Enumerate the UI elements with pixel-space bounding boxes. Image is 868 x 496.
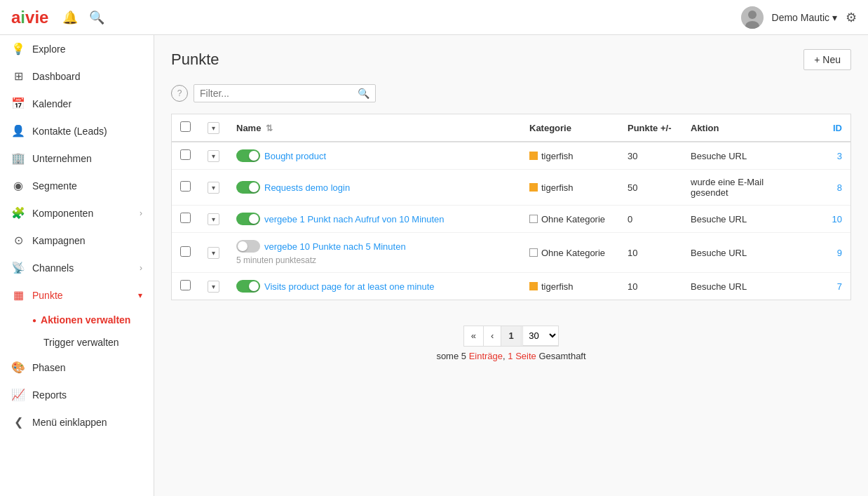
komponenten-arrow-icon: › <box>140 208 142 218</box>
name-row: vergebe 1 Punkt nach Aufruf von 10 Minut… <box>236 213 513 225</box>
pagination-info: some 5 Einträge, 1 Seite Gesamthaft <box>436 351 585 361</box>
user-name[interactable]: Demo Mautic ▾ <box>772 12 837 23</box>
row-action-dropdown[interactable]: ▾ <box>208 150 219 162</box>
filter-input[interactable] <box>200 88 358 99</box>
sidebar-label: Punkte <box>32 290 131 301</box>
row-name-cell: Requests demo login <box>228 170 521 206</box>
cat-name: Ohne Kategorie <box>541 214 605 224</box>
dashboard-icon: ⊞ <box>11 69 25 83</box>
toggle-switch[interactable] <box>236 149 260 162</box>
toggle-track <box>236 280 260 293</box>
cat-dot <box>529 282 538 290</box>
toggle-track <box>236 149 260 162</box>
cat-badge: tigerfish <box>529 281 611 292</box>
toggle-track <box>236 240 260 253</box>
sidebar-item-unternehmen[interactable]: 🏢 Unternehmen <box>0 145 154 172</box>
explore-icon: 💡 <box>11 42 25 55</box>
name-cell: Requests demo login <box>236 181 513 194</box>
toggle-switch[interactable] <box>236 213 260 225</box>
row-checkbox-cell <box>172 142 199 170</box>
select-all-checkbox[interactable] <box>180 121 191 132</box>
notification-icon[interactable]: 🔔 <box>62 10 78 25</box>
sidebar-label: Kampagnen <box>32 235 142 246</box>
sidebar-item-explore[interactable]: 💡 Explore <box>0 35 154 62</box>
row-kategorie-cell: tigerfish <box>521 170 619 206</box>
page-prev-button[interactable]: ‹ <box>483 326 501 347</box>
filter-search-icon[interactable]: 🔍 <box>358 88 369 99</box>
row-name-link[interactable]: vergebe 10 Punkte nach 5 Minuten <box>264 241 406 252</box>
row-kategorie-cell: Ohne Kategorie <box>521 233 619 273</box>
sidebar-item-kontakte[interactable]: 👤 Kontakte (Leads) <box>0 117 154 145</box>
row-punkte-cell: 10 <box>619 233 682 273</box>
row-name-cell: Bought product <box>228 142 521 170</box>
punkte-arrow-icon: ▾ <box>138 290 142 300</box>
th-name[interactable]: Name ⇅ <box>228 114 521 142</box>
kalender-icon: 📅 <box>11 97 25 110</box>
sidebar-item-punkte[interactable]: ▦ Punkte ▾ <box>0 281 154 309</box>
row-checkbox-cell <box>172 170 199 206</box>
row-punkte-cell: 10 <box>619 273 682 300</box>
row-checkbox[interactable] <box>180 280 191 290</box>
row-name-link[interactable]: vergebe 1 Punkt nach Aufruf von 10 Minut… <box>264 214 445 224</box>
toggle-switch[interactable] <box>236 240 260 253</box>
topbar-left: aivie 🔔 🔍 <box>11 8 104 27</box>
row-action-dropdown[interactable]: ▾ <box>208 213 219 225</box>
sidebar-item-aktionen[interactable]: Aktionen verwalten <box>32 309 154 331</box>
sidebar-label: Channels <box>32 262 133 274</box>
sidebar-item-kampagnen[interactable]: ⊙ Kampagnen <box>0 227 154 254</box>
channels-icon: 📡 <box>11 261 25 274</box>
sidebar-item-collapse[interactable]: ❮ Menü einklappen <box>0 408 154 436</box>
table-row: ▾ Requests demo login tigerfish <box>172 170 850 206</box>
row-checkbox[interactable] <box>180 213 191 223</box>
page-first-button[interactable]: « <box>463 326 483 347</box>
row-checkbox[interactable] <box>180 149 191 160</box>
row-checkbox[interactable] <box>180 181 191 192</box>
sidebar-item-komponenten[interactable]: 🧩 Komponenten › <box>0 199 154 227</box>
name-cell: vergebe 10 Punkte nach 5 Minuten 5 minut… <box>236 240 513 265</box>
table-row: ▾ vergebe 10 Punkte nach 5 Minuten 5 min… <box>172 233 850 273</box>
row-checkbox[interactable] <box>180 246 191 257</box>
row-name-link[interactable]: Visits product page for at least one min… <box>264 281 435 292</box>
sidebar-label: Explore <box>32 43 142 55</box>
search-icon[interactable]: 🔍 <box>89 10 104 25</box>
toggle-switch[interactable] <box>236 280 260 293</box>
row-action-dropdown[interactable]: ▾ <box>208 182 219 194</box>
page-current-button[interactable]: 1 <box>501 326 520 347</box>
sidebar-item-kalender[interactable]: 📅 Kalender <box>0 90 154 117</box>
row-id-cell: 9 <box>808 233 850 273</box>
sidebar-label: Dashboard <box>32 71 142 82</box>
cat-name: Ohne Kategorie <box>541 248 605 258</box>
channels-arrow-icon: › <box>140 263 142 273</box>
sidebar-item-reports[interactable]: 📈 Reports <box>0 381 154 408</box>
filter-help-icon[interactable]: ? <box>171 85 188 102</box>
row-aktion-cell: wurde eine E-Mail gesendet <box>682 170 808 206</box>
row-action-dropdown[interactable]: ▾ <box>208 281 219 293</box>
settings-icon[interactable]: ⚙ <box>846 10 857 25</box>
toggle-switch[interactable] <box>236 181 260 194</box>
sidebar-item-channels[interactable]: 📡 Channels › <box>0 254 154 281</box>
data-table: ▾ Name ⇅ Kategorie Punkte +/- <box>172 114 850 300</box>
sidebar-item-dashboard[interactable]: ⊞ Dashboard <box>0 62 154 90</box>
table-row: ▾ vergebe 1 Punkt nach Aufruf von 10 Min… <box>172 206 850 233</box>
row-name-cell: Visits product page for at least one min… <box>228 273 521 300</box>
sidebar-item-phasen[interactable]: 🎨 Phasen <box>0 354 154 381</box>
row-dropdown-cell: ▾ <box>199 273 228 300</box>
komponenten-icon: 🧩 <box>11 206 25 220</box>
toggle-track <box>236 181 260 194</box>
sidebar-label: Kontakte (Leads) <box>32 126 142 137</box>
new-button[interactable]: + Neu <box>803 49 851 70</box>
name-cell: vergebe 1 Punkt nach Aufruf von 10 Minut… <box>236 213 513 225</box>
collapse-icon: ❮ <box>11 415 25 429</box>
row-name-link[interactable]: Bought product <box>264 151 326 161</box>
sidebar-item-trigger[interactable]: Trigger verwalten <box>32 331 154 354</box>
row-action-dropdown[interactable]: ▾ <box>208 247 219 259</box>
sidebar-item-segmente[interactable]: ◉ Segmente <box>0 172 154 199</box>
cat-badge: tigerfish <box>529 151 611 161</box>
cat-badge: Ohne Kategorie <box>529 248 611 258</box>
row-id-cell: 3 <box>808 142 850 170</box>
name-row: vergebe 10 Punkte nach 5 Minuten <box>236 240 513 253</box>
bulk-action-dropdown[interactable]: ▾ <box>208 122 219 134</box>
logo[interactable]: aivie <box>11 8 48 27</box>
row-name-link[interactable]: Requests demo login <box>264 182 350 193</box>
per-page-select[interactable]: 30 50 100 <box>522 326 559 346</box>
